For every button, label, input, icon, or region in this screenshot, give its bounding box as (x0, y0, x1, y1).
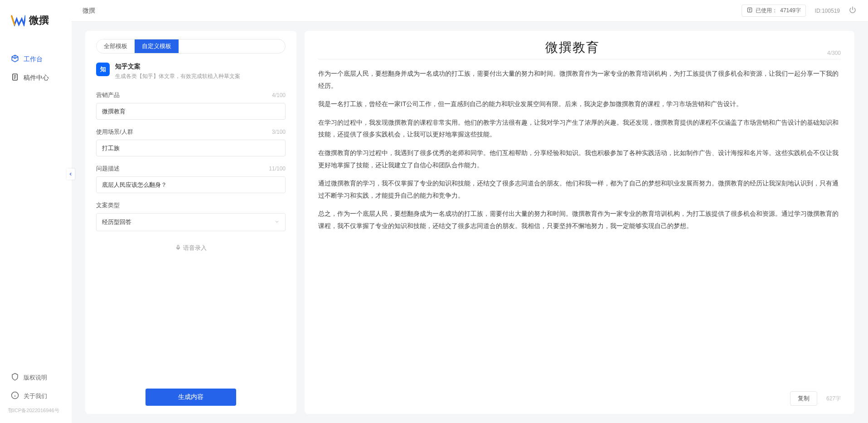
icp-text: 鄂ICP备2022016946号 (0, 405, 72, 418)
sidebar-item-drafts[interactable]: 稿件中心 (0, 68, 72, 87)
sidebar-item-label: 版权说明 (24, 374, 47, 382)
voice-input-button[interactable]: 语音录入 (96, 239, 286, 257)
sidebar-item-label: 关于我们 (24, 392, 47, 400)
footer-nav: 版权说明 关于我们 鄂ICP备2022016946号 (0, 368, 72, 423)
shield-icon (11, 373, 19, 382)
article-body: 作为一个底层人民，要想翻身并成为一名成功的打工族，需要付出大量的努力和时间。微撰… (318, 68, 841, 386)
article-paragraph: 我是一名打工族，曾经在一家IT公司工作，但一直感到自己的能力和职业发展空间有限。… (318, 98, 841, 110)
svg-rect-3 (177, 245, 179, 248)
article-title: 微撰教育 (318, 39, 827, 56)
title-count: 4/300 (827, 50, 841, 56)
field-count: 3/100 (272, 129, 286, 135)
usage-label: 已使用： (756, 7, 777, 15)
article-paragraph: 总之，作为一个底层人民，要想翻身成为一名成功的打工族，需要付出大量的努力和时间。… (318, 208, 841, 232)
output-panel: 微撰教育 4/300 作为一个底层人民，要想翻身并成为一名成功的打工族，需要付出… (305, 31, 854, 414)
type-select[interactable]: 经历型回答 (96, 213, 286, 231)
tabs: 全部模板 自定义模板 (96, 39, 286, 53)
sidebar-item-label: 工作台 (24, 55, 43, 63)
article-paragraph: 在学习的过程中，我发现微撰教育的课程非常实用。他们的教学方法很有趣，让我对学习产… (318, 117, 841, 141)
mic-icon (175, 244, 181, 252)
sidebar-item-copyright[interactable]: 版权说明 (0, 368, 72, 387)
page-title: 微撰 (82, 7, 742, 15)
logo-icon (11, 14, 25, 27)
sidebar-item-about[interactable]: 关于我们 (0, 387, 72, 405)
field-label-scene: 使用场景/人群 (96, 128, 133, 136)
doc-icon (11, 73, 19, 83)
chevron-left-icon (68, 170, 73, 178)
product-input[interactable] (96, 103, 286, 120)
article-paragraph: 通过微撰教育的学习，我不仅掌握了专业的知识和技能，还结交了很多志同道合的朋友。他… (318, 177, 841, 201)
sidebar-item-label: 稿件中心 (24, 74, 49, 82)
char-count: 627字 (826, 395, 841, 403)
chevron-down-icon (274, 219, 280, 226)
template-name: 知乎文案 (115, 63, 240, 71)
generate-button[interactable]: 生成内容 (145, 389, 236, 406)
usage-badge[interactable]: 已使用： 47149字 (742, 5, 805, 17)
question-input[interactable] (96, 176, 286, 193)
logout-button[interactable] (848, 6, 857, 15)
scene-input[interactable] (96, 140, 286, 156)
tab-all-templates[interactable]: 全部模板 (97, 39, 135, 53)
user-id: ID:100519 (815, 8, 840, 14)
logo-text: 微撰 (29, 14, 49, 27)
cube-icon (11, 54, 19, 64)
template-card: 知 知乎文案 生成各类【知乎】体文章，有效完成软植入种草文案 (96, 63, 286, 80)
article-paragraph: 作为一个底层人民，要想翻身并成为一名成功的打工族，需要付出大量的努力和时间。微撰… (318, 68, 841, 92)
usage-value: 47149字 (780, 7, 800, 15)
voice-label: 语音录入 (183, 244, 207, 252)
text-icon (747, 7, 753, 15)
logo: 微撰 (0, 14, 72, 41)
sidebar-item-workbench[interactable]: 工作台 (0, 50, 72, 68)
zhihu-icon: 知 (96, 63, 110, 76)
field-label-question: 问题描述 (96, 165, 120, 173)
info-icon (11, 391, 19, 401)
field-label-type: 文案类型 (96, 201, 120, 209)
select-value: 经历型回答 (102, 218, 131, 226)
field-count: 4/100 (272, 92, 286, 98)
form-panel: 全部模板 自定义模板 知 知乎文案 生成各类【知乎】体文章，有效完成软植入种草文… (85, 31, 296, 414)
field-count: 11/100 (269, 165, 286, 172)
nav: 工作台 稿件中心 (0, 41, 72, 368)
collapse-sidebar-button[interactable] (67, 169, 75, 180)
tab-custom-templates[interactable]: 自定义模板 (135, 39, 179, 53)
sidebar: 微撰 工作台 稿件中心 版权说明 关于我们 鄂ICP备2022016946号 (0, 0, 72, 423)
copy-button[interactable]: 复制 (790, 391, 817, 406)
power-icon (849, 6, 857, 16)
template-desc: 生成各类【知乎】体文章，有效完成软植入种草文案 (115, 73, 240, 80)
topbar: 微撰 已使用： 47149字 ID:100519 (72, 0, 868, 22)
article-paragraph: 在微撰教育的学习过程中，我遇到了很多优秀的老师和同学。他们互相帮助，分享经验和知… (318, 147, 841, 171)
field-label-product: 营销产品 (96, 91, 120, 99)
